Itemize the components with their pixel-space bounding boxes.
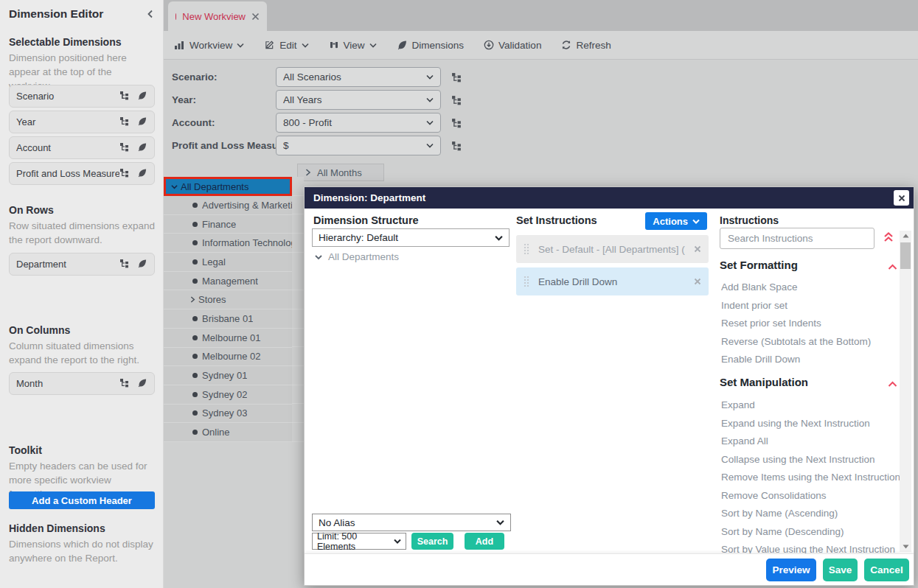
tree-row[interactable]: Sydney 01 (164, 366, 292, 385)
instruction-item[interactable]: Expand using the Next Instruction (721, 415, 897, 433)
tree-row-all-departments[interactable]: All Departments (164, 177, 292, 196)
tree-row[interactable]: Melbourne 01 (164, 329, 292, 348)
hierarchy-icon[interactable] (451, 118, 462, 128)
dimension-chip-scenario[interactable]: Scenario (9, 85, 155, 108)
hierarchy-icon[interactable] (451, 95, 462, 105)
tree-row[interactable]: Online (164, 423, 292, 442)
menu-workview[interactable]: Workview (174, 40, 244, 51)
tree-row[interactable]: Brisbane 01 (164, 309, 292, 329)
limit-select[interactable]: Limit: 500 Elements (312, 533, 406, 550)
preview-button[interactable]: Preview (766, 559, 816, 581)
tree-row[interactable]: Management (164, 272, 292, 291)
drag-handle-icon[interactable] (524, 276, 529, 287)
tab-new-workview[interactable]: New Workview (168, 1, 267, 31)
cancel-button[interactable]: Cancel (864, 559, 909, 581)
hierarchy-icon[interactable] (119, 167, 130, 181)
menu-view[interactable]: View (329, 40, 377, 51)
hierarchy-icon[interactable] (451, 72, 462, 83)
structure-tree-root[interactable]: All Departments (315, 251, 399, 262)
scroll-down-icon[interactable] (900, 542, 911, 552)
hierarchy-icon[interactable] (119, 116, 130, 129)
instruction-item[interactable]: Reverse (Subtotals at the Bottom) (721, 333, 897, 351)
dimension-chip-month[interactable]: Month (9, 372, 155, 395)
sidebar: Dimension Editor Selectable Dimensions D… (0, 0, 164, 588)
add-button[interactable]: Add (465, 533, 504, 550)
instruction-item[interactable]: Sort by Name (Ascending) (721, 505, 897, 523)
chip-label: Month (16, 378, 119, 389)
column-header-all-months[interactable]: All Months (297, 164, 384, 181)
alias-select[interactable]: No Alias (312, 514, 511, 531)
remove-instruction-icon[interactable] (694, 245, 701, 253)
instruction-item[interactable]: Add Blank Space (721, 279, 897, 297)
menu-validation[interactable]: Validation (484, 40, 541, 51)
leaf-icon[interactable] (137, 258, 147, 271)
filter-row-year: Year: All Years (164, 90, 473, 110)
set-instruction-card[interactable]: Set - Default - [All Departments] (x1) (516, 235, 709, 263)
chevron-right-icon[interactable] (190, 296, 195, 303)
hierarchy-icon[interactable] (451, 141, 462, 151)
tree-row[interactable]: Sydney 02 (164, 385, 292, 405)
hierarchy-icon[interactable] (119, 258, 130, 271)
account-select[interactable]: 800 - Profit (276, 113, 441, 133)
menu-dimensions[interactable]: Dimensions (397, 40, 465, 51)
drag-handle-icon[interactable] (524, 243, 529, 255)
hierarchy-select[interactable]: Hierarchy: Default (312, 228, 510, 247)
instruction-item[interactable]: Remove Consolidations (721, 487, 897, 505)
instruction-item[interactable]: Remove Items using the Next Instruction (721, 469, 897, 487)
dimension-chip-account[interactable]: Account (9, 136, 155, 159)
search-button[interactable]: Search (411, 533, 453, 550)
instruction-item[interactable]: Expand (721, 396, 897, 415)
search-instructions-input[interactable] (720, 228, 874, 249)
dimension-chip-year[interactable]: Year (9, 111, 155, 133)
menu-label: View (344, 40, 365, 51)
leaf-icon[interactable] (137, 167, 147, 181)
instruction-item[interactable]: Indent prior set (721, 297, 897, 315)
chevron-down-icon (426, 97, 434, 102)
instruction-item[interactable]: Enable Drill Down (721, 351, 897, 369)
instruction-item[interactable]: Expand All (721, 433, 897, 451)
tree-row[interactable]: Sydney 03 (164, 405, 292, 424)
instruction-item[interactable]: Sort by Name (Descending) (721, 523, 897, 542)
modal-close-icon[interactable] (894, 190, 909, 206)
save-button[interactable]: Save (823, 559, 858, 581)
hierarchy-icon[interactable] (119, 141, 130, 155)
hierarchy-icon[interactable] (119, 90, 130, 103)
tab-close-icon[interactable] (251, 13, 260, 21)
leaf-icon[interactable] (137, 116, 147, 129)
modal-header[interactable]: Dimension: Department (305, 187, 914, 209)
unsaved-dot-icon (175, 13, 176, 20)
dimension-chip-department[interactable]: Department (9, 253, 155, 276)
chevron-up-icon[interactable] (888, 260, 897, 273)
menu-refresh[interactable]: Refresh (561, 40, 611, 51)
tree-row[interactable]: Finance (164, 215, 292, 234)
tree-row[interactable]: Legal (164, 253, 292, 272)
dimension-chip-profit-loss-measures[interactable]: Profit and Loss Measures (9, 162, 155, 185)
sidebar-collapse-icon[interactable] (146, 10, 155, 18)
scrollbar-thumb[interactable] (900, 242, 911, 269)
leaf-icon[interactable] (137, 377, 147, 391)
add-custom-header-button[interactable]: Add a Custom Header (9, 491, 155, 509)
year-select[interactable]: All Years (276, 90, 441, 110)
chevron-up-icon[interactable] (888, 377, 897, 391)
instruction-item[interactable]: Collapse using the Next Instruction (721, 451, 897, 469)
tree-row[interactable]: Information Technology (164, 234, 292, 253)
instructions-scrollbar[interactable] (900, 231, 911, 552)
set-instruction-card[interactable]: Enable Drill Down (516, 267, 709, 295)
actions-button[interactable]: Actions (645, 212, 707, 230)
tree-row[interactable]: Melbourne 02 (164, 348, 292, 367)
chevron-down-icon[interactable] (171, 184, 178, 189)
scroll-up-icon[interactable] (900, 231, 911, 241)
collapse-all-icon[interactable] (883, 231, 894, 246)
tree-row[interactable]: Advertising & Marketing (164, 196, 292, 215)
column-header-label: All Months (317, 167, 362, 178)
menu-edit[interactable]: Edit (264, 40, 308, 51)
leaf-bullet-icon (192, 373, 198, 378)
leaf-icon[interactable] (137, 141, 147, 155)
profit-loss-measures-select[interactable]: $ (276, 136, 441, 155)
scenario-select[interactable]: All Scenarios (276, 67, 441, 87)
leaf-icon[interactable] (137, 90, 147, 103)
hierarchy-icon[interactable] (119, 377, 130, 391)
tree-row-stores[interactable]: Stores (164, 290, 292, 309)
remove-instruction-icon[interactable] (694, 278, 701, 285)
instruction-item[interactable]: Reset prior set Indents (721, 315, 897, 333)
